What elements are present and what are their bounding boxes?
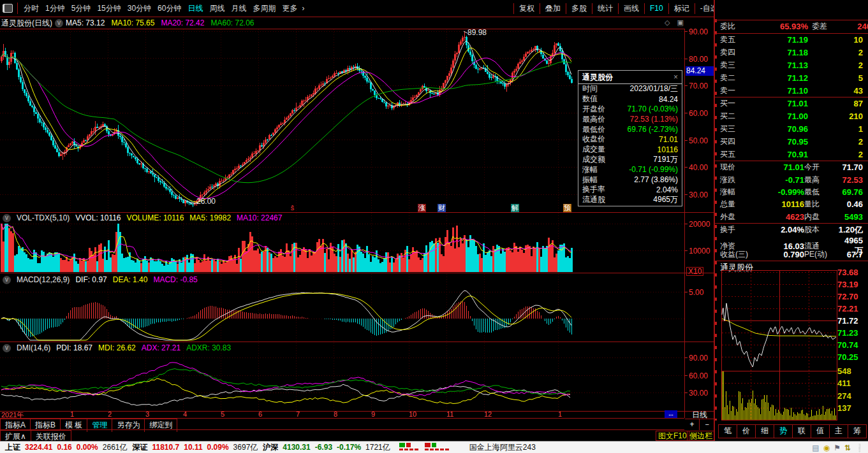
weicha-value: 240 (837, 22, 868, 31)
axis-tick-label: 50.00 (689, 136, 708, 145)
price-scale-strip[interactable]: 90.0080.0070.0060.0050.0040.0030.0020000… (684, 29, 715, 418)
mini-price-label: 70.25 (837, 352, 867, 362)
axis-tick-label: 20000 (689, 220, 710, 229)
mini-panel-tab[interactable]: 联 (792, 424, 811, 438)
axis-month-label: 8 (334, 410, 337, 418)
volume-pane-label: vVOL-TDX(5,10)VVOL: 10116VOLUME: 10116MA… (0, 213, 288, 223)
mini-panel-tabs: 笔价细势联值主筹 (718, 424, 866, 438)
tooltip-field-label: 流通股 (582, 194, 605, 205)
report-icon[interactable]: ▤ (812, 443, 819, 452)
tooltip-field-value: 2023/01/18/三 (630, 83, 678, 94)
mini-volume-label: 137 (837, 403, 867, 413)
order-book-row[interactable]: 买一71.0187 (715, 97, 866, 110)
axis-tick-label: 30.00 (689, 191, 708, 199)
indicator-value: ADXR: 30.83 (186, 343, 231, 352)
event-badge-icon[interactable]: 涨 (418, 204, 426, 212)
chevron-down-icon[interactable]: v (3, 214, 11, 222)
tooltip-field-label: 收盘价 (582, 134, 605, 145)
intraday-mini-chart[interactable] (721, 270, 837, 421)
network-icon[interactable]: ⚑ (834, 443, 841, 452)
tooltip-field-value: 2.77 (3.86%) (634, 175, 678, 184)
coin-icon[interactable]: ◉ (823, 443, 830, 452)
weibi-value: 65.93% (749, 22, 808, 31)
quote-stat-row: 收益(三)0.790PE(动)67.7 (715, 248, 866, 261)
weicha-label: 委差 (808, 21, 837, 32)
tooltip-field-label: 涨幅 (582, 164, 598, 175)
indicator-value: MA5: 19982 (189, 213, 231, 222)
tooltip-field-value: 71.70 (-0.03%) (628, 104, 678, 113)
event-badge-icon[interactable]: 预 (563, 204, 571, 212)
event-badge-icon[interactable]: ŝ (288, 204, 297, 212)
close-icon[interactable]: × (673, 73, 678, 82)
zoom-in-button[interactable]: + (685, 419, 700, 430)
order-book-row[interactable]: 卖二71.125 (715, 71, 866, 84)
sell-queue[interactable]: 卖五71.1910卖四71.182卖三71.132卖二71.125卖一71.10… (715, 34, 866, 97)
order-book-row[interactable]: 卖一71.1043 (715, 84, 866, 97)
f10-button[interactable]: 图文F10 (656, 431, 689, 441)
chevron-down-icon[interactable]: v (3, 344, 11, 352)
tooltip-field-value: 2.04% (656, 185, 678, 194)
mini-price-label: 73.68 (837, 268, 867, 277)
tooltip-field-label: 成交量 (582, 144, 605, 155)
event-badge-icon[interactable]: 解 (511, 204, 519, 212)
tooltip-field-label: 数值 (582, 94, 598, 104)
crosshair-price-tag: 84.24 (686, 66, 714, 76)
mini-price-label: 72.70 (837, 292, 867, 301)
tooltip-field-label: 换手率 (582, 184, 605, 195)
alert-icon[interactable]: ❕ (855, 443, 864, 452)
kline-info-tooltip: 通灵股份 × 时间2023/01/18/三数值84.24开盘价71.70 (-0… (578, 70, 682, 206)
axis-end-tag[interactable]: -- (665, 410, 677, 418)
order-book-row[interactable]: 卖三71.132 (715, 59, 866, 72)
indicator-value: VVOL: 10116 (75, 213, 121, 222)
server-name[interactable]: 国金上海阿里云243 (469, 442, 536, 453)
updown-icon[interactable]: ⇅ (844, 443, 851, 452)
indicator-value: ADX: 27.21 (142, 343, 180, 352)
quote-stat-row: 外盘4623内盘5493 (715, 211, 866, 223)
order-book-row[interactable]: 卖四71.182 (715, 47, 866, 59)
index-quote[interactable]: 深证11810.710.110.09%3697亿 (132, 442, 258, 453)
mini-panel-tab[interactable]: 主 (829, 424, 848, 438)
axis-month-label: 3 (145, 410, 149, 418)
buy-queue[interactable]: 买一71.0187买二71.00210买三70.961买四70.952买五70.… (715, 97, 866, 161)
order-book-row[interactable]: 买二71.00210 (715, 110, 866, 123)
axis-month-label: 7 (296, 410, 300, 418)
axis-tick-label: 5.00 (689, 288, 703, 297)
extension-tab-bar: 扩展∧关联报价 (0, 430, 71, 440)
axis-tick-label: 90.00 (689, 27, 708, 36)
index-quote[interactable]: 上证3224.410.160.00%2661亿 (5, 442, 127, 453)
order-book-row[interactable]: 卖五71.1910 (715, 34, 866, 47)
time-axis: 2021年 1234567891011121 -- (0, 411, 684, 418)
axis-month-label: 1 (70, 410, 74, 418)
zoom-out-button[interactable]: － (700, 419, 714, 430)
mini-price-label: 70.74 (837, 340, 867, 350)
axis-tick-label: 80.00 (689, 55, 708, 64)
indicator-name: VOL-TDX(5,10) (17, 213, 70, 222)
quote-stats: 现价71.01今开71.70涨跌-0.71最高72.53涨幅-0.99%最低69… (715, 161, 866, 223)
order-book-row[interactable]: 买四70.952 (715, 135, 866, 148)
index-quote[interactable]: 沪深4130.31-6.93-0.17%1721亿 (263, 442, 390, 453)
order-book-row[interactable]: 买三70.961 (715, 123, 866, 136)
mini-panel-tab[interactable]: 笔 (718, 424, 737, 438)
axis-month-label: 4 (183, 410, 187, 418)
indicator-tab-bar: 指标A指标B模 板管理另存为绑定到 (0, 419, 177, 429)
tooltip-field-label: 最低价 (582, 124, 605, 135)
event-badge-icon[interactable]: 财 (438, 204, 446, 212)
mini-panel-tab[interactable]: 值 (811, 424, 830, 438)
candlestick-chart[interactable] (0, 0, 684, 421)
axis-month-label: 11 (446, 410, 453, 418)
tooltip-field-label: 最高价 (582, 114, 605, 125)
axis-tick-label: 70.00 (689, 82, 708, 90)
order-book-row[interactable]: 买五70.912 (715, 148, 866, 161)
mini-panel-tab[interactable]: 势 (774, 424, 793, 438)
tooltip-field-value: 10116 (658, 145, 678, 154)
market-blocks-icon[interactable] (399, 442, 463, 453)
dmi-pane-label: vDMI(14,6)PDI: 18.67MDI: 26.62ADX: 27.21… (0, 343, 237, 353)
axis-tick-label: 60.00 (689, 371, 708, 380)
mini-panel-tab[interactable]: 筹 (848, 424, 867, 438)
weibi-label: 委比 (720, 21, 749, 32)
chevron-down-icon[interactable]: v (3, 276, 11, 284)
mini-panel-tab[interactable]: 细 (755, 424, 774, 438)
high-price-annotation: 89.98 (467, 28, 487, 37)
mini-panel-tab[interactable]: 价 (737, 424, 756, 438)
axis-month-label: 5 (221, 410, 224, 418)
